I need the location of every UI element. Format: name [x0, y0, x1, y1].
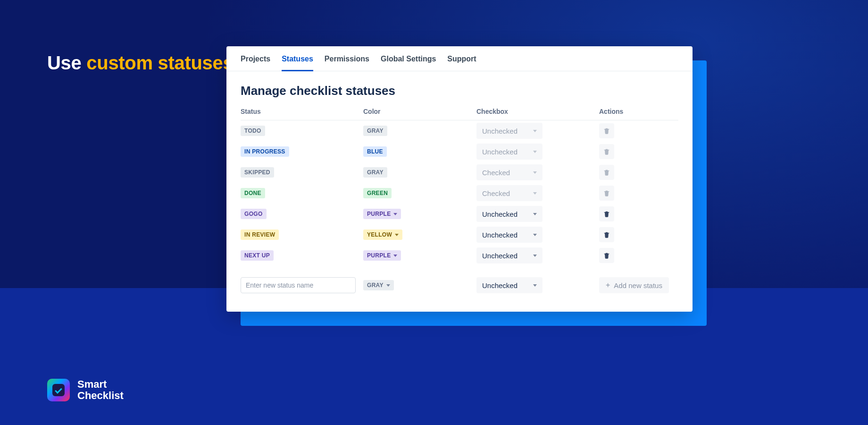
delete-status-button [599, 123, 614, 138]
table-row: NEXT UPPURPLEUnchecked [241, 245, 678, 266]
status-badge: SKIPPED [241, 167, 274, 178]
chevron-down-icon [533, 234, 537, 236]
table-row: GOGOPURPLEUnchecked [241, 204, 678, 224]
new-status-input[interactable] [241, 277, 356, 293]
color-label: PURPLE [367, 252, 391, 259]
column-checkbox: Checkbox [476, 108, 599, 115]
status-badge: TODO [241, 126, 265, 136]
color-label: GREEN [367, 190, 388, 196]
trash-icon [603, 148, 610, 155]
column-status: Status [241, 108, 363, 115]
checkbox-state-label: Unchecked [482, 127, 517, 135]
new-status-checkbox-dropdown[interactable]: Unchecked [476, 277, 542, 293]
brand-name: Smart Checklist [77, 379, 124, 401]
color-badge: BLUE [363, 146, 387, 157]
chevron-down-icon [533, 255, 537, 257]
headline-part1: Use [47, 52, 86, 73]
tab-global-settings[interactable]: Global Settings [381, 55, 436, 71]
table-row: IN PROGRESSBLUEUnchecked [241, 141, 678, 162]
table-row: IN REVIEWYELLOWUnchecked [241, 224, 678, 245]
delete-status-button[interactable] [599, 227, 614, 242]
table-row: SKIPPEDGRAYChecked [241, 162, 678, 183]
tab-bar: Projects Statuses Permissions Global Set… [226, 46, 693, 71]
tab-support[interactable]: Support [447, 55, 476, 71]
trash-icon [603, 210, 610, 218]
color-label: GRAY [367, 128, 384, 134]
checkbox-state-label: Unchecked [482, 231, 517, 239]
checkbox-state-label: Checked [482, 169, 510, 177]
chevron-down-icon [533, 151, 537, 153]
checkbox-state-label: Unchecked [482, 148, 517, 156]
status-badge: IN PROGRESS [241, 146, 289, 157]
checkbox-state-label: Checked [482, 189, 510, 197]
column-actions: Actions [599, 108, 679, 115]
tab-projects[interactable]: Projects [241, 55, 270, 71]
plus-icon: + [606, 281, 610, 289]
status-badge: GOGO [241, 209, 267, 219]
status-table: Status Color Checkbox Actions TODOGRAYUn… [226, 108, 693, 266]
delete-status-button [599, 144, 614, 159]
chevron-down-icon [395, 234, 399, 236]
logo-mark-icon [47, 379, 70, 401]
color-label: BLUE [367, 148, 383, 155]
chevron-down-icon [533, 171, 537, 174]
status-badge: DONE [241, 188, 265, 198]
new-status-color-label: GRAY [367, 282, 384, 289]
tab-permissions[interactable]: Permissions [325, 55, 369, 71]
color-dropdown[interactable]: YELLOW [363, 230, 402, 240]
chevron-down-icon [533, 192, 537, 195]
color-badge: GREEN [363, 188, 392, 198]
delete-status-button [599, 165, 614, 180]
chevron-down-icon [533, 130, 537, 132]
chevron-down-icon [533, 213, 537, 215]
brand-line-1: Smart [77, 379, 124, 390]
color-dropdown[interactable]: PURPLE [363, 250, 401, 261]
new-status-color-dropdown[interactable]: GRAY [363, 280, 394, 290]
color-label: GRAY [367, 169, 384, 176]
settings-panel: Projects Statuses Permissions Global Set… [226, 46, 693, 312]
brand-logo: Smart Checklist [47, 379, 124, 401]
checkbox-state-dropdown[interactable]: Unchecked [476, 227, 542, 243]
tab-statuses[interactable]: Statuses [282, 55, 313, 71]
table-row: TODOGRAYUnchecked [241, 120, 678, 141]
checkbox-state-dropdown: Unchecked [476, 144, 542, 160]
column-color: Color [363, 108, 476, 115]
color-label: PURPLE [367, 211, 391, 217]
chevron-down-icon [386, 284, 390, 287]
trash-icon [603, 189, 610, 197]
checkbox-state-dropdown: Checked [476, 185, 542, 201]
table-header: Status Color Checkbox Actions [241, 108, 678, 120]
new-status-row: GRAY Unchecked + Add new status [226, 272, 693, 293]
add-new-status-button[interactable]: + Add new status [599, 277, 669, 293]
status-badge: NEXT UP [241, 250, 274, 261]
table-row: DONEGREENChecked [241, 183, 678, 204]
trash-icon [603, 169, 610, 176]
checkbox-state-label: Unchecked [482, 210, 517, 218]
add-new-status-label: Add new status [614, 281, 662, 289]
headline-accent: custom statuses [86, 52, 233, 73]
color-badge: GRAY [363, 126, 387, 136]
new-status-checkbox-label: Unchecked [482, 281, 517, 289]
chevron-down-icon [393, 255, 397, 257]
checkbox-state-dropdown: Checked [476, 164, 542, 180]
delete-status-button [599, 186, 614, 201]
color-dropdown[interactable]: PURPLE [363, 209, 401, 219]
status-badge: IN REVIEW [241, 230, 279, 240]
color-label: YELLOW [367, 231, 392, 238]
delete-status-button[interactable] [599, 206, 614, 221]
brand-line-2: Checklist [77, 390, 124, 401]
trash-icon [603, 127, 610, 135]
check-icon [55, 386, 62, 394]
page-title: Manage checklist statuses [226, 71, 693, 108]
trash-icon [603, 252, 610, 259]
checkbox-state-dropdown: Unchecked [476, 123, 542, 139]
checkbox-state-label: Unchecked [482, 252, 517, 260]
checkbox-state-dropdown[interactable]: Unchecked [476, 247, 542, 264]
trash-icon [603, 231, 610, 238]
chevron-down-icon [533, 284, 537, 287]
color-badge: GRAY [363, 167, 387, 178]
chevron-down-icon [393, 213, 397, 215]
delete-status-button[interactable] [599, 248, 614, 263]
checkbox-state-dropdown[interactable]: Unchecked [476, 206, 542, 222]
